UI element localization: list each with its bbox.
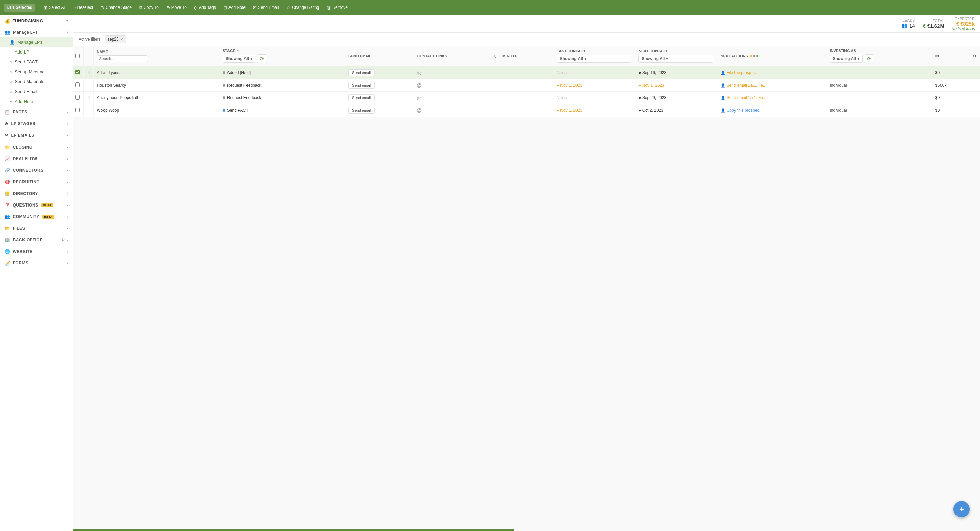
sidebar-item-directory[interactable]: 📒 DIRECTORY › xyxy=(0,188,73,199)
send-email-row-button[interactable]: Send email xyxy=(348,107,375,114)
send-email-row-button[interactable]: Send email xyxy=(348,82,375,89)
stage-badge: Request Feedback xyxy=(223,96,341,100)
sidebar-item-forms[interactable]: 📝 FORMS › xyxy=(0,257,73,269)
row-quick-note-cell xyxy=(490,66,553,79)
back-office-chevron: › xyxy=(67,238,68,242)
last-contact-value: Not set xyxy=(557,96,570,100)
sidebar-item-connectors[interactable]: 🔗 CONNECTORS › xyxy=(0,164,73,176)
add-note-button[interactable]: ⊡ Add Note xyxy=(221,4,248,11)
checkbox-icon: ☑ xyxy=(7,5,11,10)
sidebar-item-questions[interactable]: ❓ QUESTIONS BETA › xyxy=(0,199,73,211)
sidebar-item-add-note[interactable]: + Add Note xyxy=(0,96,73,106)
select-all-checkbox[interactable] xyxy=(75,54,80,58)
next-action-link[interactable]: Copy this prospec... xyxy=(727,108,763,113)
sidebar-item-website[interactable]: 🌐 WEBSITE › xyxy=(0,246,73,257)
row-checkbox-cell[interactable] xyxy=(73,79,83,92)
filter-remove-button[interactable]: × xyxy=(120,37,123,42)
copy-to-button[interactable]: ⧉ Copy To xyxy=(137,3,161,11)
sidebar-item-back-office[interactable]: 🏢 BACK OFFICE ↻ › xyxy=(0,234,73,246)
fundraising-header[interactable]: 💰 FUNDRAISING ▾ xyxy=(0,15,73,27)
next-contact-dropdown-chevron: ▾ xyxy=(666,56,668,61)
sidebar-item-send-email[interactable]: ○ Send Email xyxy=(0,86,73,96)
last-contact-value: ● Nov 1, 2023 xyxy=(557,83,582,88)
questions-chevron: › xyxy=(67,204,68,207)
selected-indicator: ☑ 1 Selected xyxy=(4,4,35,11)
progress-bar xyxy=(73,529,514,531)
change-rating-button[interactable]: ☆ Change Rating xyxy=(284,4,322,11)
send-email-row-button[interactable]: Send email xyxy=(348,69,375,76)
sidebar-item-files[interactable]: 📂 FILES › xyxy=(0,223,73,234)
next-action-container: 👤 Send email 1a.1. Fe... xyxy=(721,96,822,100)
contact-at-icon[interactable]: @ xyxy=(417,83,422,88)
sidebar-item-send-pact[interactable]: ○ Send PACT xyxy=(0,57,73,67)
settings-gear-icon[interactable]: ⚙ xyxy=(973,54,976,58)
row-checkbox[interactable] xyxy=(75,108,80,112)
sidebar-item-lp-stages[interactable]: ⊙ LP Stages › xyxy=(0,118,73,129)
sidebar-item-dealflow[interactable]: 📈 DEALFLOW › xyxy=(0,153,73,164)
row-quick-note-cell xyxy=(490,104,553,117)
sidebar-item-send-materials[interactable]: ○ Send Materials xyxy=(0,77,73,86)
last-contact-filter-dropdown[interactable]: Showing All ▾ xyxy=(557,54,631,63)
stage-filter-button[interactable]: ⟳ xyxy=(257,54,267,63)
closing-icon: 📁 xyxy=(5,145,10,150)
row-checkbox[interactable] xyxy=(75,83,80,87)
contact-at-icon[interactable]: @ xyxy=(417,95,422,100)
investing-as-filter-dropdown[interactable]: Showing All ▾ xyxy=(830,54,862,63)
investing-as-filter-button[interactable]: ⟳ xyxy=(864,54,874,63)
row-checkbox-cell[interactable] xyxy=(73,92,83,104)
search-input[interactable] xyxy=(97,55,148,62)
send-email-top-button[interactable]: ✉ Send Email xyxy=(250,4,282,11)
next-action-link[interactable]: Send email 1a.1. Fe... xyxy=(727,96,767,100)
drag-handle-icon: ⠿ xyxy=(87,96,90,100)
in-value: $0 xyxy=(935,108,940,113)
remove-button[interactable]: 🗑 Remove xyxy=(324,4,350,11)
sidebar-item-add-lp[interactable]: + Add LP xyxy=(0,47,73,57)
sidebar-item-lp-emails[interactable]: ✉ LP Emails › xyxy=(0,129,73,141)
row-checkbox[interactable] xyxy=(75,70,80,74)
row-checkbox[interactable] xyxy=(75,95,80,99)
fundraising-title: 💰 FUNDRAISING xyxy=(5,18,43,24)
leads-icon: 👥 xyxy=(901,22,908,29)
manage-lps-icon: 👤 xyxy=(10,40,14,45)
stage-filter-dropdown[interactable]: Showing All ▾ xyxy=(223,54,255,63)
send-email-row-button[interactable]: Send email xyxy=(348,94,375,101)
next-action-link[interactable]: Send email 1a.1. Fe... xyxy=(727,83,767,88)
sidebar-item-setup-meeting[interactable]: ○ Set up Meeting xyxy=(0,67,73,77)
sidebar-item-recruiting[interactable]: 🎯 RECRUITING › xyxy=(0,176,73,188)
sidebar-item-pacts[interactable]: 📋 PACTs › xyxy=(0,106,73,118)
table-row: ⠿ Woop Woop Send PACT Send email @ ● Nov… xyxy=(73,104,980,117)
row-name[interactable]: Woop Woop xyxy=(97,108,119,113)
manage-lps-parent[interactable]: 👥 Manage LPs ▾ xyxy=(0,27,73,37)
drag-handle-icon: ⠿ xyxy=(87,108,90,112)
next-contact-filter-dropdown[interactable]: Showing All ▾ xyxy=(638,54,713,63)
select-all-button[interactable]: ⊞ Select All xyxy=(41,4,68,11)
contact-at-icon[interactable]: @ xyxy=(417,70,422,75)
row-name[interactable]: Adam Lyons xyxy=(97,70,119,75)
forms-chevron: › xyxy=(67,262,68,265)
fab-add-button[interactable]: + xyxy=(953,501,970,517)
sidebar-item-closing[interactable]: 📁 CLOSING › xyxy=(0,142,73,153)
change-stage-button[interactable]: ⊙ Change Stage xyxy=(98,4,135,11)
row-checkbox-cell[interactable] xyxy=(73,104,83,117)
row-checkbox-cell[interactable] xyxy=(73,66,83,79)
sidebar-item-community[interactable]: 👥 COMMUNITY BETA › xyxy=(0,211,73,223)
contact-at-icon[interactable]: @ xyxy=(417,108,422,113)
manage-lps-chevron: ▾ xyxy=(67,30,68,34)
divider xyxy=(38,4,38,11)
sidebar-item-manage-lps[interactable]: 👤 Manage LPs xyxy=(0,37,73,47)
send-email-sidebar-icon: ○ xyxy=(10,89,12,94)
row-name[interactable]: Houston Searcy xyxy=(97,83,126,88)
row-drag-handle: ⠿ xyxy=(83,66,93,79)
row-name[interactable]: Anonymous Peeps Intl xyxy=(97,96,138,100)
next-action-container: 👤 Copy this prospec... xyxy=(721,108,822,113)
investing-as-dropdown-chevron: ▾ xyxy=(858,56,859,61)
move-to-button[interactable]: ⊕ Move To xyxy=(164,4,189,11)
th-drag xyxy=(83,46,93,66)
dot-yellow xyxy=(750,55,752,57)
stage-dot xyxy=(223,84,226,86)
add-tags-button[interactable]: ◇ Add Tags xyxy=(191,4,219,11)
drag-handle-icon: ⠿ xyxy=(87,83,90,87)
deselect-button[interactable]: ○ Deselect xyxy=(70,4,96,11)
row-next-actions-cell: 👤 File the prospect xyxy=(717,66,826,79)
next-action-link[interactable]: File the prospect xyxy=(727,70,757,75)
